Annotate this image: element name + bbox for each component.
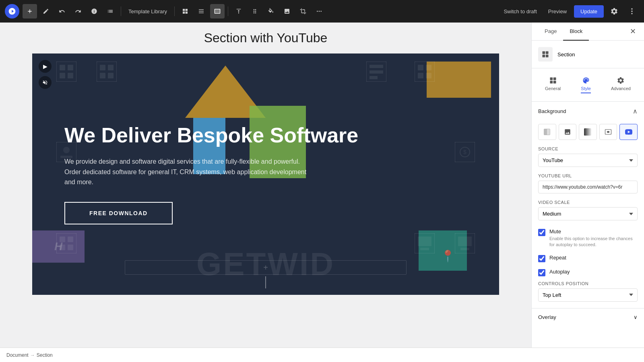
- align-justify-button[interactable]: [231, 4, 246, 19]
- youtube-url-field-group: YouTube URL: [532, 173, 644, 200]
- mute-button[interactable]: [39, 76, 52, 89]
- scroll-indicator: [265, 276, 266, 288]
- advanced-subtab[interactable]: Advanced: [606, 73, 636, 97]
- bg-slideshow-button[interactable]: [599, 124, 617, 140]
- mute-row: Mute Enable this option to increase the …: [532, 227, 644, 253]
- general-subtab[interactable]: General: [540, 73, 566, 97]
- svg-rect-54: [553, 81, 556, 84]
- add-block-button[interactable]: [23, 4, 37, 19]
- mute-label[interactable]: Mute: [549, 228, 561, 234]
- autoplay-checkbox[interactable]: [538, 269, 545, 276]
- svg-rect-19: [100, 73, 105, 78]
- hero-title: We Deliver Bespoke Software: [64, 124, 467, 147]
- svg-rect-28: [418, 73, 423, 78]
- panel-tabs: Page Block ✕: [532, 23, 644, 41]
- bg-type-row: [532, 121, 644, 146]
- svg-rect-29: [426, 73, 431, 78]
- video-scale-field-group: Video Scale Medium Small Large Full: [532, 200, 644, 227]
- svg-rect-12: [60, 65, 65, 70]
- deco-yellow-block: [427, 62, 491, 98]
- deco-placeholder-1: [56, 62, 76, 83]
- bg-youtube-button[interactable]: [619, 124, 638, 140]
- general-subtab-label: General: [545, 86, 561, 91]
- svg-rect-56: [544, 129, 547, 135]
- wordpress-logo[interactable]: [5, 4, 19, 19]
- separator-1: [121, 6, 121, 16]
- controls-position-select[interactable]: Top Left Top Right Bottom Left Bottom Ri…: [538, 288, 638, 302]
- template-library-button[interactable]: Template Library: [124, 6, 171, 17]
- svg-rect-24: [369, 76, 378, 79]
- redo-button[interactable]: [71, 4, 85, 19]
- block-tab[interactable]: Block: [563, 23, 589, 41]
- mute-checkbox[interactable]: [538, 229, 545, 236]
- info-button[interactable]: [87, 4, 101, 19]
- list-view-button[interactable]: [103, 4, 118, 19]
- style-subtab[interactable]: Style: [576, 73, 595, 97]
- svg-point-9: [631, 10, 632, 12]
- svg-rect-50: [546, 55, 549, 58]
- hero-section: H 📍 $: [32, 53, 499, 295]
- breadcrumb-section[interactable]: Section: [37, 352, 53, 358]
- separator-3: [228, 6, 228, 16]
- editor-area: Section with YouTube H 📍: [0, 23, 531, 348]
- breadcrumb-bar: Document → Section: [0, 348, 644, 362]
- crop-button[interactable]: [296, 4, 310, 19]
- youtube-url-input[interactable]: [538, 181, 638, 193]
- plus-icon: +: [263, 263, 268, 272]
- svg-rect-0: [199, 9, 204, 10]
- separator-2: [174, 6, 175, 16]
- more-options-button[interactable]: [312, 4, 326, 19]
- hero-cta-button[interactable]: FREE DOWNLOAD: [64, 202, 173, 224]
- deco-input-bar: +: [125, 260, 407, 275]
- video-scale-select[interactable]: Medium Small Large Full: [538, 207, 638, 220]
- drag-button[interactable]: [248, 4, 262, 19]
- svg-rect-27: [426, 65, 431, 70]
- svg-rect-15: [68, 73, 73, 78]
- svg-rect-23: [369, 70, 383, 74]
- bg-color-button[interactable]: [538, 124, 556, 140]
- update-button[interactable]: Update: [574, 5, 604, 18]
- paint-bucket-button[interactable]: [264, 4, 278, 19]
- view-grid-button[interactable]: [178, 4, 192, 19]
- overlay-section-header[interactable]: Overlay ∨: [532, 308, 644, 326]
- svg-rect-47: [543, 51, 545, 54]
- svg-rect-26: [418, 65, 423, 70]
- toolbar: Template Library Switch to draft Preview…: [0, 0, 644, 23]
- switch-to-draft-button[interactable]: Switch to draft: [500, 6, 541, 17]
- background-section-label: Background: [538, 108, 566, 114]
- svg-rect-13: [68, 65, 73, 70]
- toolbar-right: Switch to draft Preview Update: [500, 4, 639, 19]
- source-label: Source: [538, 146, 638, 151]
- overlay-section-label: Overlay: [538, 314, 556, 320]
- svg-rect-48: [546, 51, 549, 54]
- play-button[interactable]: ▶: [39, 60, 52, 73]
- autoplay-row: Autoplay: [532, 267, 644, 281]
- settings-button[interactable]: [607, 4, 621, 19]
- hero-controls: ▶: [39, 60, 52, 89]
- panel-close-button[interactable]: ✕: [628, 25, 638, 37]
- align-button[interactable]: [194, 4, 208, 19]
- autoplay-label[interactable]: Autoplay: [549, 269, 570, 275]
- repeat-label[interactable]: Repeat: [549, 255, 566, 261]
- deco-placeholder-3: [366, 62, 386, 83]
- background-section-header[interactable]: Background ∧: [532, 102, 644, 121]
- source-select[interactable]: YouTube Color Image Gradient: [538, 154, 638, 167]
- deco-placeholder-2: [97, 62, 117, 83]
- image-button[interactable]: [280, 4, 294, 19]
- overlay-chevron-icon: ∨: [634, 314, 638, 320]
- breadcrumb-document[interactable]: Document: [6, 352, 29, 358]
- source-field-group: Source YouTube Color Image Gradient: [532, 146, 644, 173]
- preview-button[interactable]: Preview: [544, 6, 571, 17]
- repeat-checkbox[interactable]: [538, 255, 545, 262]
- undo-button[interactable]: [55, 4, 69, 19]
- right-panel: Page Block ✕ Section General Style: [531, 23, 644, 348]
- more-menu-button[interactable]: [625, 4, 639, 19]
- style-subtabs: General Style Advanced: [532, 68, 644, 102]
- bg-image-button[interactable]: [559, 124, 577, 140]
- svg-rect-52: [553, 78, 556, 80]
- page-tab[interactable]: Page: [538, 23, 563, 41]
- mute-hint: Enable this option to increase the chanc…: [549, 236, 638, 248]
- full-width-button[interactable]: [210, 4, 225, 19]
- bg-gradient-button[interactable]: [579, 124, 597, 140]
- edit-button[interactable]: [39, 4, 53, 19]
